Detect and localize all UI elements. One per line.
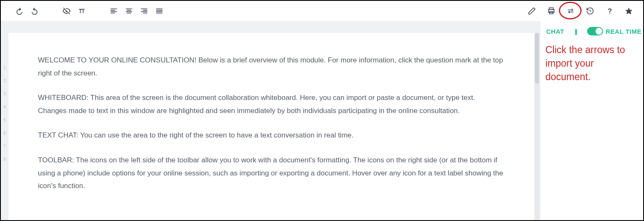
pi-icon [78,7,86,15]
align-center-icon [125,7,133,15]
help-button[interactable]: ? [604,5,615,17]
undo-button[interactable] [13,5,25,17]
redo-icon [30,7,39,15]
eye-slash-icon [62,7,71,15]
transfer-arrows-icon [566,7,575,15]
strike-button[interactable] [61,5,72,17]
history-button[interactable] [584,5,596,17]
svg-text:?: ? [608,7,612,15]
align-right-button[interactable] [138,5,150,17]
toolbar: ? [1,1,643,21]
help-icon: ? [605,7,614,15]
undo-icon [15,7,24,15]
chat-panel: CHAT || REAL TIME Click the arrows to im… [540,21,643,220]
whiteboard-container: WELCOME TO YOUR ONLINE CONSULTATION! Bel… [8,21,534,220]
edit-button[interactable] [526,5,538,17]
line-number-gutter: 1 2 3 4 5 6 7 8 [1,21,8,220]
align-left-button[interactable] [108,5,120,17]
favorite-button[interactable] [623,5,635,17]
vertical-scrollbar[interactable] [534,21,540,220]
doc-paragraph: TEXT CHAT: You can use the area to the r… [38,129,504,142]
star-icon [625,7,633,15]
print-icon [547,7,555,15]
align-center-button[interactable] [123,5,135,17]
whiteboard-editor[interactable]: WELCOME TO YOUR ONLINE CONSULTATION! Bel… [8,33,534,220]
align-left-icon [110,7,118,15]
chat-panel-header: CHAT || REAL TIME [540,21,643,40]
pi-button[interactable] [76,5,88,17]
toolbar-left [13,5,182,17]
line-number: 2 [1,74,8,87]
app-frame: ? 1 2 3 4 5 6 7 8 WELCOME TO YOUR ONLINE… [1,1,643,220]
toolbar-right: ? [526,5,635,17]
line-number: 4 [1,100,8,113]
scrollbar-thumb[interactable] [535,33,539,84]
redo-button[interactable] [29,5,40,17]
chat-tab[interactable]: CHAT [546,28,564,35]
doc-paragraph: WELCOME TO YOUR ONLINE CONSULTATION! Bel… [38,54,504,80]
line-number: 6 [1,127,8,140]
import-export-button[interactable] [565,5,577,17]
realtime-label: REAL TIME [606,28,641,35]
panel-divider: || [575,28,577,35]
align-justify-icon [155,7,164,15]
annotation-instruction: Click the arrows to import your document… [540,40,643,87]
align-justify-button[interactable] [153,5,165,17]
history-icon [586,7,594,15]
line-number: 7 [1,140,8,153]
content-area: 1 2 3 4 5 6 7 8 WELCOME TO YOUR ONLINE C… [1,21,643,220]
line-number: 1 [1,61,8,74]
doc-paragraph: TOOLBAR: The icons on the left side of t… [38,154,504,193]
realtime-toggle[interactable] [587,27,603,35]
align-right-icon [140,7,148,15]
line-number: 3 [1,87,8,100]
print-button[interactable] [545,5,557,17]
line-number: 8 [1,153,8,166]
line-number: 5 [1,113,8,127]
doc-paragraph: WHITEBOARD: This area of the screen is t… [38,92,504,117]
pencil-icon [528,7,536,15]
